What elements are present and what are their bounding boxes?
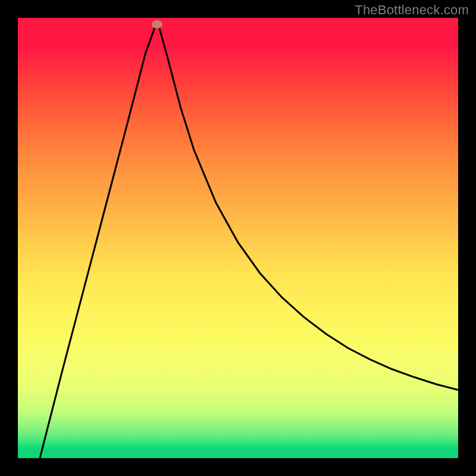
minimum-marker [152,20,162,29]
chart-stage: TheBottleneck.com [0,0,476,476]
plot-area [18,18,458,458]
curve-svg [18,18,458,458]
attribution-label: TheBottleneck.com [355,2,469,18]
curve-path [40,24,458,458]
